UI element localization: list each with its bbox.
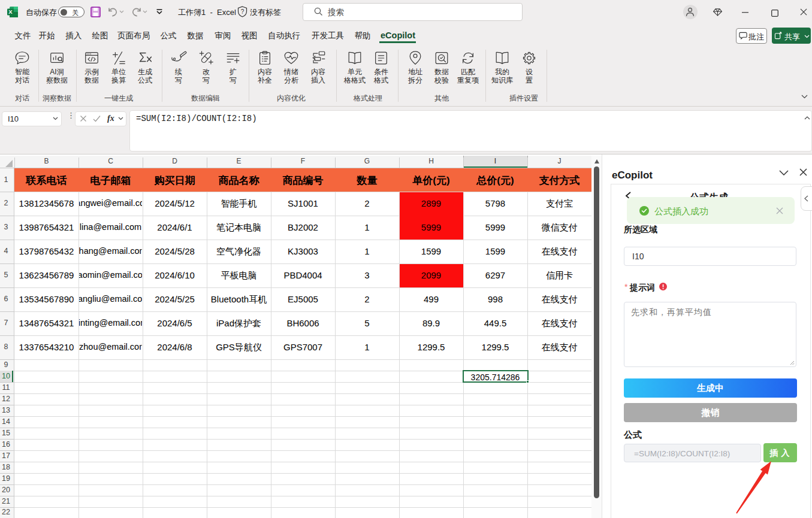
svg-text:X: X	[8, 8, 13, 15]
svg-text:?: ?	[241, 8, 244, 15]
